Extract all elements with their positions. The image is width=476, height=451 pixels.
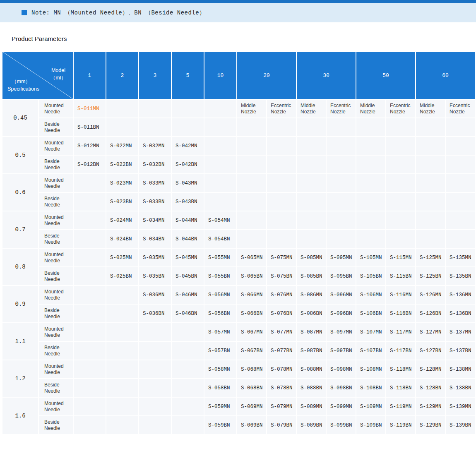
corner-model-label: Model （ml） [50, 67, 66, 82]
model-cell: S-125MN [416, 249, 445, 266]
table-row: Beside NeedleS-023BNS-033BNS-043BN [2, 193, 475, 211]
model-cell: S-068BN [237, 379, 266, 397]
model-cell: S-035BN [139, 267, 171, 285]
model-cell: S-098MN [327, 360, 356, 378]
empty-cell [446, 230, 475, 248]
model-cell: S-022MN [106, 137, 138, 155]
empty-cell [446, 118, 475, 136]
nozzle-subheader-cell: Middle Nozzle [356, 100, 385, 118]
nozzle-subheader-cell: Middle Nozzle [416, 100, 445, 118]
model-cell: S-012BN [74, 156, 106, 173]
model-cell: S-078BN [267, 379, 296, 397]
model-cell: S-089MN [297, 398, 326, 415]
model-cell: S-087BN [297, 342, 326, 360]
model-cell: S-106BN [356, 305, 385, 322]
model-cell: S-032BN [139, 156, 171, 173]
empty-cell [172, 100, 204, 118]
model-cell: S-066MN [237, 286, 266, 304]
model-cell: S-055MN [204, 249, 236, 266]
empty-cell [106, 286, 138, 304]
empty-cell [416, 174, 445, 192]
empty-cell [297, 230, 326, 248]
model-cell: S-025MN [106, 249, 138, 266]
empty-cell [297, 211, 326, 229]
model-cell: S-075BN [267, 267, 296, 285]
column-header-50ml: 50 [356, 52, 415, 99]
empty-cell [267, 211, 296, 229]
model-cell: S-025BN [106, 267, 138, 285]
model-cell: S-036BN [139, 305, 171, 322]
table-row: Beside NeedleS-024BNS-034BNS-044BNS-054B… [2, 230, 475, 248]
empty-cell [172, 118, 204, 136]
empty-cell [74, 416, 106, 434]
empty-cell [74, 249, 106, 266]
model-cell: S-099MN [327, 398, 356, 415]
needle-type-cell: Beside Needle [39, 193, 73, 211]
model-cell: S-043BN [172, 193, 204, 211]
nozzle-subheader-cell: Middle Nozzle [237, 100, 266, 118]
spec-cell: 0.45 [2, 100, 38, 136]
empty-cell [416, 230, 445, 248]
note-banner: Note: MN （Mounted Needle）、BN （Beside Nee… [0, 3, 476, 22]
model-cell: S-128BN [416, 379, 445, 397]
needle-type-cell: Mounted Needle [39, 323, 73, 341]
empty-cell [237, 118, 266, 136]
model-cell: S-085BN [297, 267, 326, 285]
model-cell: S-056MN [204, 286, 236, 304]
needle-type-cell: Mounted Needle [39, 249, 73, 266]
model-cell: S-069MN [237, 398, 266, 415]
model-cell: S-075MN [267, 249, 296, 266]
model-cell: S-118BN [386, 379, 415, 397]
model-cell: S-033MN [139, 174, 171, 192]
empty-cell [139, 398, 171, 415]
model-cell: S-065MN [237, 249, 266, 266]
model-cell: S-139BN [446, 416, 475, 434]
model-cell: S-125BN [416, 267, 445, 285]
table-row: 0.5Mounted NeedleS-012MNS-022MNS-032MNS-… [2, 137, 475, 155]
empty-cell [446, 193, 475, 211]
needle-type-cell: Beside Needle [39, 379, 73, 397]
needle-type-cell: Beside Needle [39, 416, 73, 434]
empty-cell [106, 118, 138, 136]
column-header-30ml: 30 [297, 52, 356, 99]
model-cell: S-115MN [386, 249, 415, 266]
empty-cell [386, 211, 415, 229]
needle-type-cell: Beside Needle [39, 118, 73, 136]
model-cell: S-137MN [446, 323, 475, 341]
needle-type-cell: Beside Needle [39, 305, 73, 322]
model-cell: S-126MN [416, 286, 445, 304]
model-cell: S-024BN [106, 230, 138, 248]
empty-cell [139, 379, 171, 397]
table-body: 0.45Mounted NeedleS-011MNMiddle NozzleEc… [2, 100, 475, 434]
spec-cell: 1.6 [2, 398, 38, 434]
empty-cell [204, 193, 236, 211]
table-row: Beside NeedleS-057BNS-067BNS-077BNS-087B… [2, 342, 475, 360]
model-cell: S-035MN [139, 249, 171, 266]
empty-cell [74, 379, 106, 397]
empty-cell [327, 211, 356, 229]
table-row: 0.7Mounted NeedleS-024MNS-034MNS-044MNS-… [2, 211, 475, 229]
model-cell: S-076MN [267, 286, 296, 304]
model-cell: S-138BN [446, 379, 475, 397]
needle-type-cell: Mounted Needle [39, 286, 73, 304]
corner-spec-label: （mm） Specifications [7, 78, 39, 93]
model-cell: S-058BN [204, 379, 236, 397]
model-cell: S-106MN [356, 286, 385, 304]
note-bullet-square-icon [22, 10, 27, 15]
table-row: 1.6Mounted NeedleS-059MNS-069MNS-079MNS-… [2, 398, 475, 415]
model-cell: S-069BN [237, 416, 266, 434]
empty-cell [74, 342, 106, 360]
model-cell: S-077BN [267, 342, 296, 360]
table-row: 1.1Mounted NeedleS-057MNS-067MNS-077MNS-… [2, 323, 475, 341]
empty-cell [74, 193, 106, 211]
needle-type-cell: Mounted Needle [39, 174, 73, 192]
empty-cell [446, 137, 475, 155]
model-cell: S-066BN [237, 305, 266, 322]
empty-cell [446, 211, 475, 229]
nozzle-subheader-cell: Middle Nozzle [297, 100, 326, 118]
nozzle-subheader-cell: Eccentric Nozzle [327, 100, 356, 118]
empty-cell [204, 137, 236, 155]
model-cell: S-135MN [446, 249, 475, 266]
model-cell: S-096BN [327, 305, 356, 322]
model-cell: S-086BN [297, 305, 326, 322]
